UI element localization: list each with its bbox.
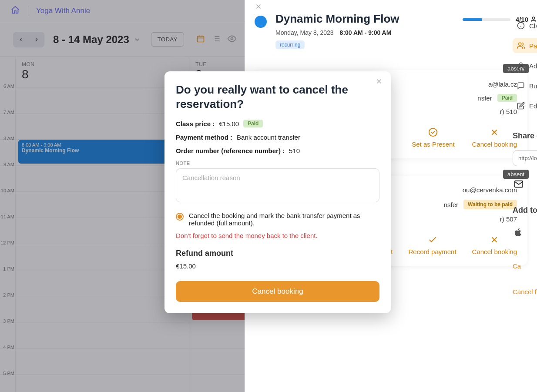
action-label: Record payment — [409, 248, 456, 255]
event-date: Monday, May 8, 2023 — [275, 29, 334, 36]
confirm-cancel-button[interactable]: Cancel booking — [176, 281, 379, 302]
tab-edit[interactable]: Edi — [513, 98, 537, 113]
cancellation-note-input[interactable] — [176, 168, 379, 202]
edit-icon — [517, 102, 525, 110]
svg-point-20 — [519, 43, 521, 45]
tab-label: Pa — [529, 42, 537, 50]
share-mail-button[interactable] — [513, 179, 537, 190]
radio-icon — [176, 213, 184, 221]
action-label: Cancel booking — [472, 248, 517, 255]
radio-label: Cancel the booking and mark the bank tra… — [189, 212, 379, 227]
order-value: 510 — [289, 147, 300, 154]
method-label: Payment method — [176, 134, 232, 141]
tab-participants[interactable]: Pa — [513, 38, 537, 53]
close-icon — [490, 235, 499, 245]
price-value: €15.00 — [219, 120, 239, 127]
svg-point-11 — [429, 128, 437, 136]
refund-option-radio[interactable]: Cancel the booking and mark the bank tra… — [176, 212, 379, 227]
share-url-input[interactable] — [513, 150, 537, 166]
users-icon — [517, 42, 525, 50]
panel-tab-menu: Cla Pa Ad Bu Edi Share ev Add to c Ca Ca… — [513, 18, 537, 295]
tab-label: Ad — [529, 62, 537, 70]
tab-add[interactable]: Ad — [513, 58, 537, 73]
close-icon — [490, 127, 499, 137]
record-payment-button[interactable]: Record payment — [409, 235, 456, 255]
panel-header: Dynamic Morning Flow Monday, May 8, 2023… — [255, 0, 537, 57]
share-heading: Share ev — [513, 131, 537, 141]
recurring-badge: recurring — [275, 40, 305, 49]
event-title: Dynamic Morning Flow — [275, 12, 454, 26]
price-label: Class price — [176, 120, 215, 127]
svg-point-21 — [520, 63, 522, 65]
cancel-booking-button[interactable]: Cancel booking — [472, 235, 517, 255]
set-present-button[interactable]: Set as Present — [412, 127, 454, 148]
apple-calendar-button[interactable] — [513, 226, 537, 240]
tab-label: Cla — [529, 22, 537, 30]
event-color-dot — [255, 16, 267, 28]
cancel-future-link[interactable]: Cancel future — [513, 288, 537, 295]
order-label: Order number (reference number) — [176, 147, 285, 154]
refund-value: €15.00 — [176, 262, 379, 270]
note-label: NOTE — [176, 161, 379, 166]
info-icon — [517, 22, 525, 30]
method-value: Bank account transfer — [237, 134, 300, 141]
refund-heading: Refund amount — [176, 249, 379, 258]
modal-close-button[interactable] — [375, 77, 383, 87]
tab-label: Bu — [529, 82, 537, 90]
mail-icon — [513, 179, 525, 189]
apple-icon — [513, 226, 523, 238]
action-label: Cancel booking — [472, 141, 517, 148]
event-hours: 8:00 AM - 9:00 AM — [340, 29, 392, 36]
payment-method-fragment: nsfer — [444, 201, 458, 208]
refund-warning: Don't forget to send the money back to t… — [176, 232, 379, 239]
cancel-booking-button[interactable]: Cancel booking — [472, 127, 517, 148]
action-label: Set as Present — [412, 141, 454, 148]
cancel-reservation-modal: Do you really want to cancel the reserva… — [164, 71, 391, 313]
modal-title: Do you really want to cancel the reserva… — [176, 83, 379, 111]
paid-badge: Paid — [243, 120, 263, 127]
add-to-calendar-heading: Add to c — [513, 206, 537, 215]
message-icon — [517, 82, 525, 90]
payment-method-fragment: nsfer — [477, 94, 492, 102]
cancel-link[interactable]: Ca — [513, 262, 537, 270]
tab-label: Edi — [529, 102, 537, 110]
waiting-badge: Waiting to be paid — [463, 200, 517, 209]
panel-close-button[interactable] — [255, 3, 262, 13]
tab-class[interactable]: Cla — [513, 18, 537, 33]
check-icon — [428, 235, 437, 245]
capacity-bar — [463, 18, 510, 21]
person-icon — [517, 62, 525, 70]
tab-bulk[interactable]: Bu — [513, 78, 537, 93]
check-circle-icon — [428, 127, 438, 137]
